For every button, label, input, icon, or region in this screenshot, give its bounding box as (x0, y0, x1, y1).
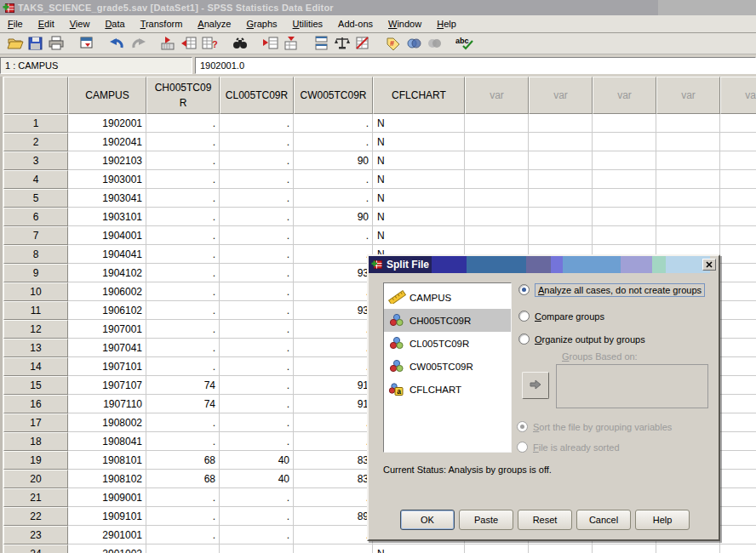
cell-var[interactable] (593, 189, 656, 208)
cell-campus[interactable]: 1908041 (68, 432, 146, 451)
cell-var[interactable] (720, 432, 756, 451)
cell-cl005tc09r[interactable]: . (220, 133, 294, 151)
cell-var[interactable] (720, 320, 756, 339)
cell-ch005tc09r[interactable]: 68 (146, 451, 220, 470)
cell-var[interactable] (720, 114, 756, 133)
cell-cl005tc09r[interactable]: . (220, 226, 294, 245)
weight-cases-icon[interactable] (332, 34, 352, 53)
cell-var[interactable] (465, 151, 529, 170)
cell-var[interactable] (529, 208, 593, 226)
cell-var[interactable] (720, 133, 756, 151)
cell-cl005tc09r[interactable]: . (220, 264, 294, 282)
row-number-cell[interactable]: 16 (3, 395, 68, 413)
cell-var[interactable] (720, 470, 756, 488)
column-header-var[interactable]: var (465, 77, 529, 114)
cell-var[interactable] (720, 170, 756, 189)
redo-icon[interactable] (128, 34, 148, 53)
cell-cw005tc09r[interactable]: 91 (294, 395, 373, 413)
cell-cflchart[interactable]: N (373, 170, 465, 189)
cell-ch005tc09r[interactable]: . (146, 114, 220, 133)
cell-var[interactable] (720, 208, 756, 226)
cell-cw005tc09r[interactable]: 89 (294, 507, 373, 526)
help-button[interactable]: Help (635, 510, 690, 530)
cell-cw005tc09r[interactable]: . (294, 357, 373, 376)
cell-var[interactable] (465, 544, 529, 553)
cell-var[interactable] (720, 151, 756, 170)
menu-transform[interactable]: Transform (133, 16, 191, 31)
ok-button[interactable]: OK (400, 510, 455, 530)
menu-graphs[interactable]: Graphs (238, 16, 284, 31)
use-variable-sets-icon[interactable] (404, 34, 424, 53)
cell-ch005tc09r[interactable]: . (146, 413, 220, 432)
groups-based-on-listbox[interactable] (556, 364, 708, 408)
cell-var[interactable] (529, 170, 593, 189)
cell-var[interactable] (720, 376, 756, 395)
cell-var[interactable] (720, 245, 756, 264)
cell-ch005tc09r[interactable]: . (146, 151, 220, 170)
cell-ch005tc09r[interactable]: . (146, 432, 220, 451)
undo-icon[interactable] (107, 34, 128, 53)
cell-ch005tc09r[interactable]: . (146, 226, 220, 245)
row-number-cell[interactable]: 18 (3, 432, 68, 451)
list-item-ch005tc09r[interactable]: CH005TC09R (384, 309, 511, 332)
cell-campus[interactable]: 1904041 (68, 245, 146, 264)
variable-info-icon[interactable]: ? (199, 34, 220, 53)
radio-compare-groups[interactable]: Compare groups (518, 309, 604, 323)
cell-var[interactable] (656, 114, 720, 133)
cell-ch005tc09r[interactable]: . (146, 245, 220, 264)
cell-var[interactable] (529, 189, 593, 208)
spell-check-icon[interactable]: abc (455, 34, 475, 53)
select-cases-icon[interactable] (352, 34, 373, 53)
cell-var[interactable] (593, 226, 656, 245)
cell-cl005tc09r[interactable]: . (220, 189, 294, 208)
cell-campus[interactable]: 1906002 (68, 282, 146, 301)
cell-var[interactable] (720, 339, 756, 357)
cell-campus[interactable]: 1907001 (68, 320, 146, 339)
cell-cl005tc09r[interactable]: . (220, 395, 294, 413)
cell-var[interactable] (593, 208, 656, 226)
cell-var[interactable] (656, 170, 720, 189)
cell-cl005tc09r[interactable]: . (220, 151, 294, 170)
cell-campus[interactable]: 1903101 (68, 208, 146, 226)
cell-cw005tc09r[interactable]: . (294, 282, 373, 301)
cell-campus[interactable]: 1907041 (68, 339, 146, 357)
cell-var[interactable] (593, 133, 656, 151)
cell-cl005tc09r[interactable]: . (220, 339, 294, 357)
cell-cl005tc09r[interactable]: . (220, 376, 294, 395)
dialog-recall-icon[interactable] (77, 34, 97, 53)
row-number-cell[interactable]: 14 (3, 357, 68, 376)
menu-add-ons[interactable]: Add-ons (330, 16, 381, 31)
column-header-campus[interactable]: CAMPUS (68, 77, 146, 114)
cell-var[interactable] (720, 395, 756, 413)
cell-var[interactable] (656, 208, 720, 226)
column-header-var[interactable]: var (656, 77, 720, 114)
cell-var[interactable] (720, 189, 756, 208)
cell-cw005tc09r[interactable]: . (294, 133, 373, 151)
cell-cw005tc09r[interactable]: 93 (294, 264, 373, 282)
row-number-cell[interactable]: 20 (3, 470, 68, 488)
move-variable-button[interactable] (522, 372, 549, 399)
cell-var[interactable] (465, 133, 529, 151)
cell-var[interactable] (593, 170, 656, 189)
column-header-cl005tc09r[interactable]: CL005TC09R (220, 77, 294, 114)
cell-var[interactable] (720, 282, 756, 301)
menu-help[interactable]: Help (429, 16, 464, 31)
cell-campus[interactable]: 1904102 (68, 264, 146, 282)
cell-var[interactable] (593, 151, 656, 170)
row-number-cell[interactable]: 7 (3, 226, 68, 245)
menu-edit[interactable]: Edit (31, 16, 62, 31)
cell-var[interactable] (720, 526, 756, 544)
cell-campus[interactable]: 1907101 (68, 357, 146, 376)
row-number-cell[interactable]: 9 (3, 264, 68, 282)
cell-var[interactable] (720, 226, 756, 245)
cell-cl005tc09r[interactable]: . (220, 170, 294, 189)
cell-cl005tc09r[interactable]: . (220, 507, 294, 526)
row-number-cell[interactable]: 23 (3, 526, 68, 544)
row-number-cell[interactable]: 24 (3, 544, 68, 553)
cell-ch005tc09r[interactable]: . (146, 507, 220, 526)
menu-window[interactable]: Window (381, 16, 429, 31)
cell-cflchart[interactable]: N (373, 189, 465, 208)
cell-cflchart[interactable]: N (373, 151, 465, 170)
cell-ch005tc09r[interactable]: . (146, 544, 220, 553)
cell-var[interactable] (720, 488, 756, 507)
